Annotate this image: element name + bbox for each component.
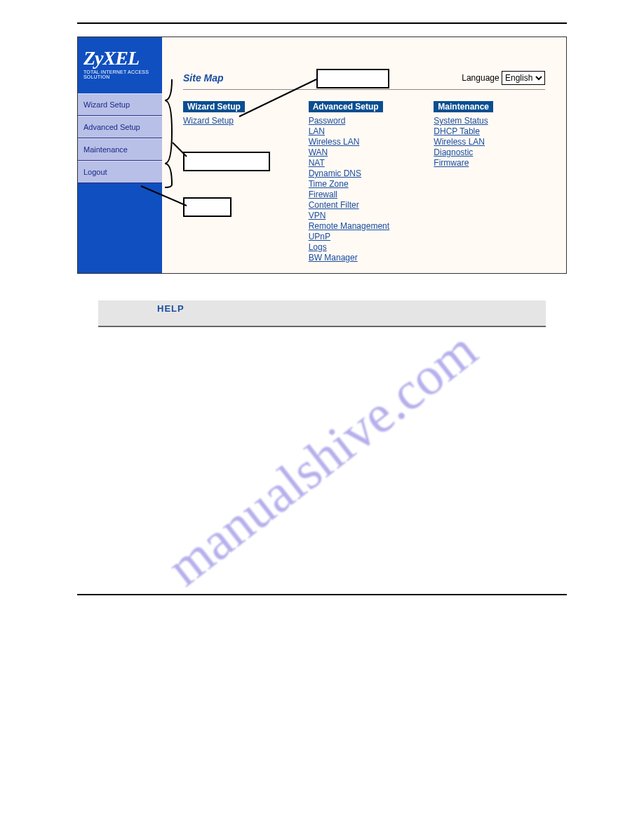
link-firmware[interactable]: Firmware bbox=[434, 158, 545, 168]
sitemap-col-maintenance: Maintenance System Status DHCP Table Wir… bbox=[434, 100, 545, 263]
link-wireless-lan-maint[interactable]: Wireless LAN bbox=[434, 137, 545, 147]
sidebar-item-maintenance[interactable]: Maintenance bbox=[78, 138, 162, 161]
callout-box-middle bbox=[183, 152, 270, 171]
sidebar-item-wizard-setup[interactable]: Wizard Setup bbox=[78, 93, 162, 116]
link-password[interactable]: Password bbox=[309, 116, 420, 126]
sidebar: ZyXEL TOTAL INTERNET ACCESS SOLUTION Wiz… bbox=[78, 37, 162, 273]
language-select[interactable]: English bbox=[502, 71, 545, 85]
help-icon: HELP bbox=[157, 303, 185, 314]
callout-box-bottom bbox=[183, 197, 232, 217]
language-label: Language bbox=[462, 73, 499, 83]
link-upnp[interactable]: UPnP bbox=[309, 232, 420, 241]
link-system-status[interactable]: System Status bbox=[434, 116, 545, 126]
sitemap-heading-wizard: Wizard Setup bbox=[183, 101, 245, 112]
sitemap-col-wizard: Wizard Setup Wizard Setup bbox=[183, 100, 295, 263]
link-logs[interactable]: Logs bbox=[309, 242, 420, 252]
link-nat[interactable]: NAT bbox=[309, 158, 420, 168]
sidebar-item-logout[interactable]: Logout bbox=[78, 161, 162, 183]
link-lan[interactable]: LAN bbox=[309, 126, 420, 136]
sidebar-item-advanced-setup[interactable]: Advanced Setup bbox=[78, 116, 162, 138]
logo: ZyXEL TOTAL INTERNET ACCESS SOLUTION bbox=[78, 41, 162, 82]
link-vpn[interactable]: VPN bbox=[309, 211, 420, 220]
screenshot-figure: SITE MAP HELP ZyXEL TOTAL INTERNET ACCES… bbox=[77, 37, 567, 274]
help-note-box: HELP bbox=[98, 300, 546, 327]
logo-brand: ZyXEL bbox=[83, 47, 156, 70]
sitemap-heading-maintenance: Maintenance bbox=[434, 101, 493, 112]
link-wizard-setup[interactable]: Wizard Setup bbox=[183, 116, 295, 126]
link-bw-manager[interactable]: BW Manager bbox=[309, 253, 420, 263]
link-diagnostic[interactable]: Diagnostic bbox=[434, 147, 545, 157]
page-bottom-rule bbox=[77, 594, 567, 595]
link-dhcp-table[interactable]: DHCP Table bbox=[434, 126, 545, 136]
sitemap-col-advanced: Advanced Setup Password LAN Wireless LAN… bbox=[309, 100, 420, 263]
language-control: Language English bbox=[462, 71, 545, 85]
link-remote-management[interactable]: Remote Management bbox=[309, 221, 420, 231]
page-title: Site Map bbox=[183, 72, 224, 84]
page-top-rule bbox=[77, 22, 567, 24]
link-wireless-lan[interactable]: Wireless LAN bbox=[309, 137, 420, 147]
link-dynamic-dns[interactable]: Dynamic DNS bbox=[309, 168, 420, 178]
sitemap-heading-advanced: Advanced Setup bbox=[309, 101, 383, 112]
link-content-filter[interactable]: Content Filter bbox=[309, 200, 420, 210]
logo-tagline: TOTAL INTERNET ACCESS SOLUTION bbox=[83, 70, 156, 79]
link-firewall[interactable]: Firewall bbox=[309, 190, 420, 199]
callout-box-top bbox=[316, 69, 389, 88]
link-time-zone[interactable]: Time Zone bbox=[309, 179, 420, 189]
link-wan[interactable]: WAN bbox=[309, 147, 420, 157]
